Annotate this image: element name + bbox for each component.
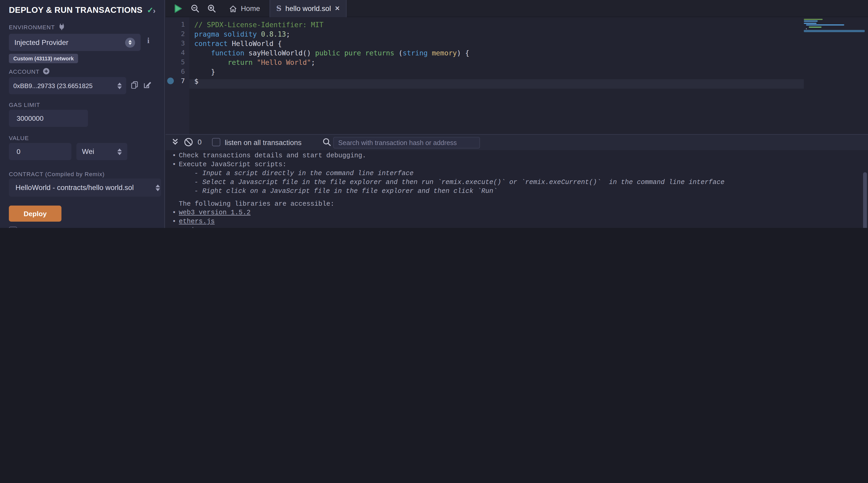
code-line[interactable]: // SPDX-License-Identifier: MIT: [194, 20, 804, 29]
environment-stepper-icon[interactable]: [125, 37, 135, 47]
code-line[interactable]: function sayHelloWorld() public pure ret…: [194, 48, 804, 57]
terminal-log-line: •remix: [165, 226, 868, 228]
gutter-numbers: 1234567: [165, 17, 189, 134]
code-lines: // SPDX-License-Identifier: MITpragma so…: [194, 20, 804, 86]
tab-home[interactable]: Home: [223, 0, 266, 17]
minimap-line: [804, 30, 865, 32]
tab-close-icon[interactable]: ✕: [335, 5, 340, 12]
terminal-log-line: The following libraries are accessible:: [165, 199, 868, 208]
search-icon: [323, 138, 331, 148]
minimap-line: [806, 25, 844, 26]
breakpoint-dot[interactable]: [167, 78, 174, 84]
editor-tab-bar: Home S hello world.sol ✕: [165, 0, 868, 17]
minimap-line: [806, 28, 807, 29]
line-number[interactable]: 5: [165, 57, 189, 67]
value-unit: Wei: [82, 147, 94, 156]
deploy-button[interactable]: Deploy: [9, 206, 61, 222]
copy-account-icon[interactable]: [130, 81, 138, 91]
add-account-icon[interactable]: [43, 68, 50, 75]
terminal-log: •Check transactions details and start de…: [165, 151, 868, 228]
terminal-log-line: - Input a script directly in the command…: [165, 169, 868, 178]
publish-ipfs-checkbox[interactable]: [9, 227, 17, 228]
terminal-log-line: •Check transactions details and start de…: [165, 151, 868, 160]
account-select[interactable]: 0xBB9...29733 (23.6651825: [9, 77, 126, 94]
terminal-search-input[interactable]: [333, 137, 480, 149]
code-line[interactable]: pragma solidity 0.8.13;: [194, 29, 804, 39]
deploy-button-label: Deploy: [24, 209, 46, 218]
contract-label: CONTRACT (Compiled by Remix): [9, 171, 105, 177]
remix-ide: DEPLOY & RUN TRANSACTIONS ✓ › ENVIRONMEN…: [0, 0, 868, 228]
terminal-link-line[interactable]: •web3 version 1.5.2: [165, 208, 868, 217]
account-value: 0xBB9...29733 (23.6651825: [13, 82, 93, 89]
home-icon: [229, 5, 237, 12]
account-label: ACCOUNT: [9, 68, 39, 75]
listen-transactions-checkbox[interactable]: [212, 138, 220, 146]
panel-collapse-chevron[interactable]: ›: [153, 6, 156, 15]
terminal-bar: 0 listen on all transactions: [165, 134, 868, 150]
panel-title: DEPLOY & RUN TRANSACTIONS: [9, 5, 143, 15]
code-line[interactable]: return "Hello World";: [194, 57, 804, 67]
main-area: Home S hello world.sol ✕ 1234567 // SPDX…: [165, 0, 868, 228]
terminal-scrollbar[interactable]: [863, 172, 867, 228]
clear-console-icon[interactable]: [184, 138, 193, 149]
terminal: 0 listen on all transactions •Check tran…: [165, 134, 868, 228]
pending-tx-count: 0: [198, 138, 202, 146]
environment-select[interactable]: Injected Provider: [9, 34, 141, 51]
expand-terminal-icon[interactable]: [172, 138, 179, 148]
listen-transactions-label: listen on all transactions: [225, 139, 302, 147]
contract-value: HelloWorld - contracts/hello world.sol: [16, 183, 155, 192]
line-number[interactable]: 6: [165, 67, 189, 77]
minimap-line: [809, 26, 822, 27]
code-line[interactable]: contract HelloWorld {: [194, 39, 804, 48]
gas-limit-label: GAS LIMIT: [9, 102, 40, 108]
line-number[interactable]: 1: [165, 20, 189, 29]
tab-file[interactable]: S hello world.sol ✕: [270, 0, 346, 17]
tab-home-label: Home: [241, 4, 260, 13]
contract-select[interactable]: HelloWorld - contracts/hello world.sol: [9, 178, 161, 197]
unit-stepper-icon[interactable]: [117, 148, 122, 155]
environment-value: Injected Provider: [14, 38, 68, 47]
contract-stepper-icon[interactable]: [156, 184, 160, 191]
tab-file-label: hello world.sol: [285, 4, 331, 13]
zoom-out-icon[interactable]: [191, 4, 199, 15]
value-unit-select[interactable]: Wei: [76, 143, 127, 160]
terminal-link-line[interactable]: •ethers.js: [165, 217, 868, 226]
line-number[interactable]: 3: [165, 39, 189, 48]
code-line[interactable]: $: [194, 77, 804, 86]
line-number[interactable]: 2: [165, 29, 189, 39]
run-script-icon[interactable]: [174, 4, 183, 16]
log-spacer: [165, 196, 868, 199]
terminal-log-line: - Select a Javascript file in the file e…: [165, 178, 868, 187]
network-badge: Custom (43113) network: [9, 54, 78, 63]
environment-info-icon[interactable]: i: [147, 36, 149, 46]
edit-account-icon[interactable]: [143, 81, 151, 91]
plug-icon: [58, 23, 66, 31]
code-line[interactable]: }: [194, 67, 804, 77]
publish-ipfs-label: Publish to IPFS: [23, 227, 72, 228]
account-stepper-icon[interactable]: [117, 82, 122, 89]
value-label: VALUE: [9, 135, 29, 141]
panel-header: DEPLOY & RUN TRANSACTIONS ✓: [9, 5, 154, 15]
compiled-check-icon: ✓: [147, 5, 154, 14]
minimap-line: [804, 19, 823, 20]
zoom-in-icon[interactable]: [208, 4, 216, 15]
gas-limit-input-wrap: [9, 110, 88, 127]
value-input[interactable]: [16, 147, 65, 156]
solidity-file-icon: S: [276, 4, 281, 13]
minimap-line: [804, 23, 816, 24]
minimap-line: [804, 21, 818, 22]
line-number[interactable]: 4: [165, 48, 189, 57]
environment-label: ENVIRONMENT: [9, 24, 55, 30]
deploy-run-panel: DEPLOY & RUN TRANSACTIONS ✓ › ENVIRONMEN…: [0, 0, 165, 228]
terminal-log-line: •Execute JavaScript scripts:: [165, 160, 868, 169]
value-input-wrap: [9, 143, 71, 160]
code-editor[interactable]: 1234567 // SPDX-License-Identifier: MITp…: [165, 17, 868, 134]
gas-limit-input[interactable]: [16, 114, 81, 123]
terminal-log-line: - Right click on a JavaScript file in th…: [165, 187, 868, 196]
minimap[interactable]: [804, 19, 865, 33]
